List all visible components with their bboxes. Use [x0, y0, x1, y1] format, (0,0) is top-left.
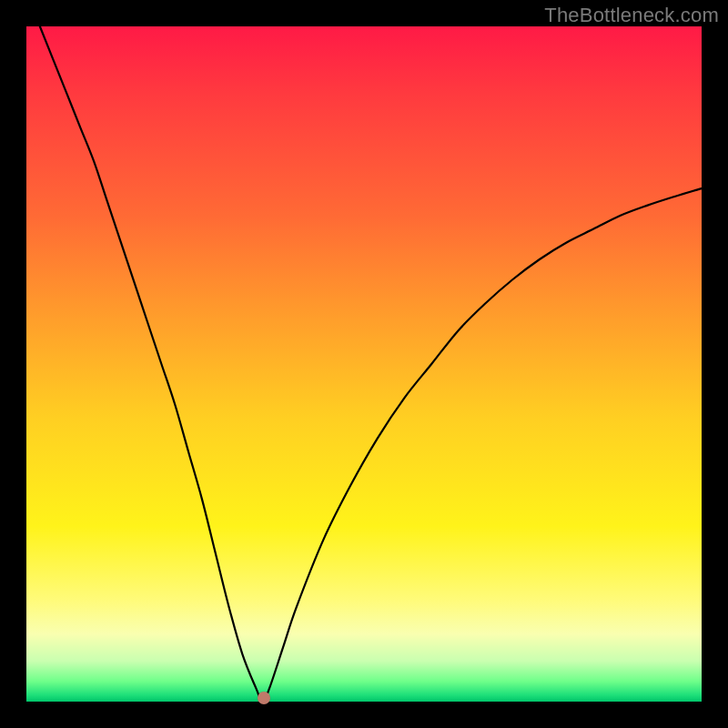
chart-frame: TheBottleneck.com: [0, 0, 728, 728]
min-marker: [258, 692, 270, 704]
bottleneck-curve: [26, 26, 702, 702]
watermark-text: TheBottleneck.com: [544, 4, 719, 27]
plot-area: [26, 26, 702, 702]
